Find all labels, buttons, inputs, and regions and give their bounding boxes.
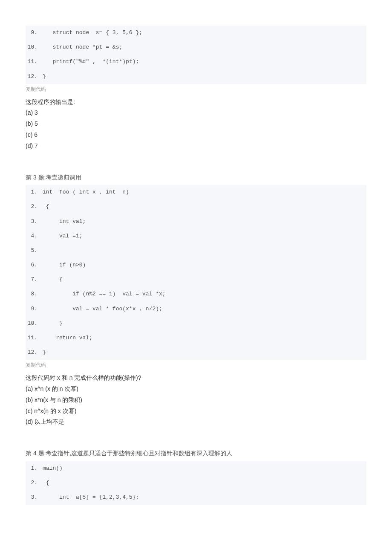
- option-d: (d) 以上均不是: [26, 417, 366, 427]
- line-number: 9.: [26, 305, 43, 313]
- line-number: 7.: [26, 276, 43, 283]
- option-c: (c) 6: [26, 130, 366, 140]
- code-line: 10. struct node *pt = &s;: [26, 40, 366, 55]
- code-line: 9. struct node s= { 3, 5,6 };: [26, 26, 366, 40]
- code-line: 10. }: [26, 316, 366, 331]
- question-stem: 这段程序的输出是:: [26, 97, 366, 107]
- question-3-title: 第 3 题:考查递归调用: [26, 173, 366, 182]
- code-line: 8. if (n%2 == 1) val = val *x;: [26, 287, 366, 301]
- line-number: 5.: [26, 247, 43, 254]
- line-number: 9.: [26, 29, 43, 37]
- line-code: struct node s= { 3, 5,6 };: [43, 29, 366, 37]
- code-block-2: 1. int foo ( int x , int n) 2. { 3. int …: [26, 185, 366, 360]
- code-line: 1. int foo ( int x , int n): [26, 185, 366, 199]
- line-code: }: [43, 320, 366, 327]
- question-stem: 这段代码对 x 和 n 完成什么样的功能(操作)?: [26, 373, 366, 383]
- code-line: 11. printf("%d" , *(int*)pt);: [26, 55, 366, 69]
- option-c: (c) n^x(n 的 x 次幂): [26, 406, 366, 416]
- option-b: (b) 5: [26, 119, 366, 129]
- line-code: printf("%d" , *(int*)pt);: [43, 58, 366, 66]
- line-code: [43, 247, 366, 254]
- code-line: 2. {: [26, 476, 366, 490]
- option-a: (a) 3: [26, 108, 366, 118]
- code-line: 12. }: [26, 345, 366, 360]
- line-number: 12.: [26, 73, 43, 81]
- line-number: 10.: [26, 320, 43, 327]
- code-line: 11. return val;: [26, 331, 366, 345]
- code-line: 3. int val;: [26, 214, 366, 229]
- line-code: }: [43, 349, 366, 356]
- line-number: 12.: [26, 349, 43, 356]
- line-code: int a[5] = {1,2,3,4,5};: [43, 494, 366, 501]
- code-line: 2. {: [26, 199, 366, 214]
- line-code: return val;: [43, 334, 366, 342]
- line-number: 3.: [26, 494, 43, 501]
- line-number: 1.: [26, 188, 43, 196]
- option-a: (a) x^n (x 的 n 次幂): [26, 384, 366, 394]
- question-3-outro: 这段代码对 x 和 n 完成什么样的功能(操作)? (a) x^n (x 的 n…: [26, 373, 366, 427]
- code-line: 7. {: [26, 272, 366, 287]
- code-line: 1. main(): [26, 461, 366, 476]
- line-number: 8.: [26, 290, 43, 298]
- copy-code-label[interactable]: 复制代码: [26, 360, 366, 372]
- line-number: 10.: [26, 43, 43, 51]
- line-number: 4.: [26, 232, 43, 240]
- code-line: 4. val =1;: [26, 229, 366, 243]
- line-code: int val;: [43, 218, 366, 225]
- line-code: {: [43, 203, 366, 211]
- line-number: 1.: [26, 465, 43, 472]
- line-code: int foo ( int x , int n): [43, 188, 366, 196]
- line-code: if (n>0): [43, 261, 366, 269]
- line-code: {: [43, 479, 366, 487]
- code-line: 12. }: [26, 69, 366, 84]
- line-code: }: [43, 73, 366, 81]
- line-code: {: [43, 276, 366, 283]
- line-number: 3.: [26, 218, 43, 225]
- code-line: 5.: [26, 243, 366, 258]
- line-number: 11.: [26, 334, 43, 342]
- line-number: 2.: [26, 479, 43, 487]
- option-d: (d) 7: [26, 141, 366, 151]
- code-line: 6. if (n>0): [26, 258, 366, 272]
- question-4-title: 第 4 题:考查指针,这道题只适合于那些特别细心且对指针和数组有深入理解的人: [26, 449, 366, 458]
- copy-code-label[interactable]: 复制代码: [26, 84, 366, 96]
- line-code: struct node *pt = &s;: [43, 43, 366, 51]
- code-block-1: 9. struct node s= { 3, 5,6 }; 10. struct…: [26, 26, 366, 84]
- line-code: val = val * foo(x*x , n/2);: [43, 305, 366, 313]
- question-2-outro: 这段程序的输出是: (a) 3 (b) 5 (c) 6 (d) 7: [26, 97, 366, 151]
- line-code: val =1;: [43, 232, 366, 240]
- line-code: main(): [43, 465, 366, 472]
- line-code: if (n%2 == 1) val = val *x;: [43, 290, 366, 298]
- code-block-3: 1. main() 2. { 3. int a[5] = {1,2,3,4,5}…: [26, 461, 366, 505]
- line-number: 11.: [26, 58, 43, 66]
- code-line: 9. val = val * foo(x*x , n/2);: [26, 302, 366, 316]
- line-number: 2.: [26, 203, 43, 211]
- code-line: 3. int a[5] = {1,2,3,4,5};: [26, 490, 366, 505]
- option-b: (b) x*n(x 与 n 的乘积): [26, 395, 366, 405]
- line-number: 6.: [26, 261, 43, 269]
